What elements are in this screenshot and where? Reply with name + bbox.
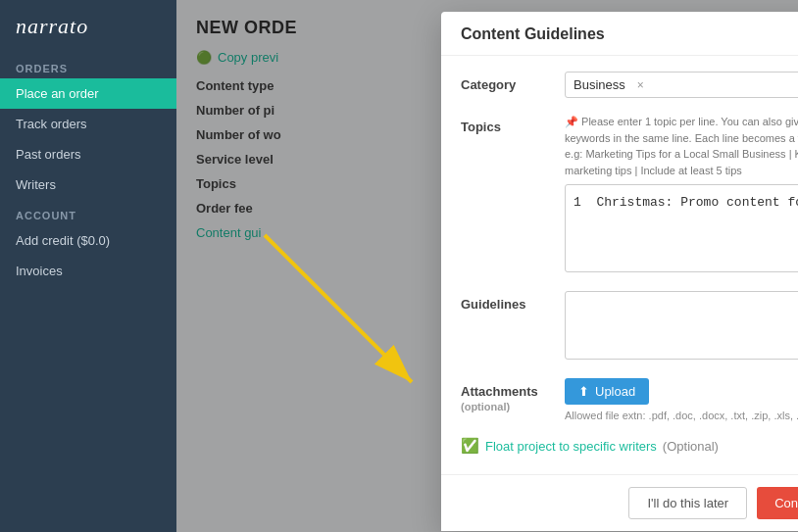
modal-footer: I'll do this later Confirm specs are com… bbox=[441, 474, 798, 531]
sidebar-section-orders: ORDERS bbox=[0, 53, 176, 78]
topics-hint: 📌 Please enter 1 topic per line. You can… bbox=[565, 114, 798, 178]
main-content: NEW ORDE 🟢 Copy previ Content type Numbe… bbox=[176, 0, 798, 532]
guidelines-content bbox=[565, 291, 798, 363]
confirm-specs-button[interactable]: Confirm specs are complete bbox=[757, 487, 798, 519]
topics-field: Topics 📌 Please enter 1 topic per line. … bbox=[461, 114, 798, 275]
sidebar-item-track-orders[interactable]: Track orders bbox=[0, 109, 176, 139]
attachments-content: ⬆ Upload Allowed file extn: .pdf, .doc, … bbox=[565, 378, 798, 421]
guidelines-field: Guidelines bbox=[461, 291, 798, 363]
sidebar-item-writers[interactable]: Writers bbox=[0, 169, 176, 200]
sidebar-item-add-credit[interactable]: Add credit ($0.0) bbox=[0, 225, 176, 256]
upload-button[interactable]: ⬆ Upload bbox=[565, 378, 649, 405]
pin-icon: 📌 bbox=[565, 116, 578, 127]
topics-content: 📌 Please enter 1 topic per line. You can… bbox=[565, 114, 798, 275]
category-tag: Business × bbox=[574, 77, 644, 92]
attachments-sublabel: (optional) bbox=[461, 401, 549, 412]
category-clear-icon[interactable]: × bbox=[637, 78, 644, 92]
upload-icon: ⬆ bbox=[578, 384, 589, 399]
float-project-link[interactable]: Float project to specific writers bbox=[485, 439, 657, 454]
float-project-row: ✅ Float project to specific writers (Opt… bbox=[461, 437, 798, 455]
do-this-later-button[interactable]: I'll do this later bbox=[628, 487, 747, 519]
modal-header: Content Guidelines × bbox=[441, 12, 798, 56]
content-guidelines-modal: Content Guidelines × Category Business ×… bbox=[441, 12, 798, 531]
category-label: Category bbox=[461, 72, 549, 98]
sidebar-section-account: ACCOUNT bbox=[0, 200, 176, 225]
sidebar-item-past-orders[interactable]: Past orders bbox=[0, 139, 176, 169]
sidebar-item-place-an-order[interactable]: Place an order bbox=[0, 78, 176, 109]
modal-title: Content Guidelines bbox=[461, 25, 605, 43]
category-field: Category Business × ▾ bbox=[461, 72, 798, 98]
guidelines-label: Guidelines bbox=[461, 291, 549, 363]
modal-body: Category Business × ▾ Topics 📌 bbox=[441, 56, 798, 474]
float-project-optional: (Optional) bbox=[663, 439, 719, 454]
sidebar: narrato ORDERS Place an order Track orde… bbox=[0, 0, 176, 532]
category-value: Business bbox=[574, 77, 625, 92]
attachments-label: Attachments (optional) bbox=[461, 378, 549, 421]
topics-label: Topics bbox=[461, 114, 549, 275]
check-circle-icon: ✅ bbox=[461, 437, 479, 455]
category-select[interactable]: Business × ▾ bbox=[565, 72, 798, 98]
category-select-container: Business × ▾ bbox=[565, 72, 798, 98]
guidelines-textarea[interactable] bbox=[565, 291, 798, 360]
app-logo: narrato bbox=[0, 0, 176, 53]
topics-textarea[interactable] bbox=[565, 184, 798, 272]
allowed-types-text: Allowed file extn: .pdf, .doc, .docx, .t… bbox=[565, 410, 798, 421]
sidebar-item-invoices[interactable]: Invoices bbox=[0, 256, 176, 286]
attachments-field: Attachments (optional) ⬆ Upload Allowed … bbox=[461, 378, 798, 421]
